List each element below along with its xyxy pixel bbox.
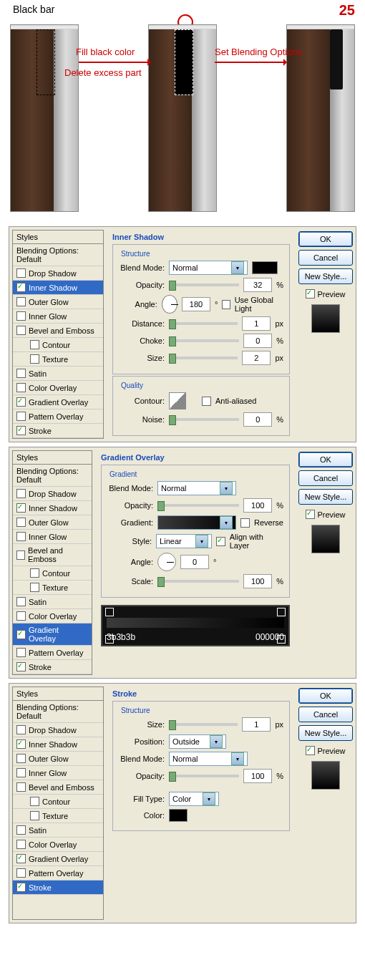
style-drop-shadow[interactable]: Drop Shadow (13, 487, 92, 501)
style-outer-glow[interactable]: Outer Glow (13, 515, 92, 530)
new-style-button[interactable]: New Style... (298, 268, 353, 284)
style-inner-shadow[interactable]: Inner Shadow (13, 281, 103, 295)
blending-options-default[interactable]: Blending Options: Default (13, 465, 92, 487)
style-inner-glow[interactable]: Inner Glow (13, 309, 103, 324)
style-texture[interactable]: Texture (13, 352, 103, 367)
style-gradient-overlay[interactable]: Gradient Overlay (13, 852, 103, 866)
scale-input[interactable] (243, 574, 272, 588)
style-inner-glow[interactable]: Inner Glow (13, 766, 103, 780)
cancel-button[interactable]: Cancel (298, 250, 353, 266)
choke-input[interactable] (243, 334, 272, 348)
cancel-button[interactable]: Cancel (298, 470, 353, 486)
style-drop-shadow[interactable]: Drop Shadow (13, 266, 103, 281)
style-satin[interactable]: Satin (13, 367, 103, 381)
style-gradient-overlay[interactable]: Gradient Overlay (13, 395, 103, 409)
blend-mode-select[interactable]: Normal▾ (169, 752, 248, 766)
style-drop-shadow[interactable]: Drop Shadow (13, 723, 103, 737)
style-pattern-overlay[interactable]: Pattern Overlay (13, 409, 103, 424)
color-stop-handle-left[interactable] (105, 635, 114, 644)
angle-input[interactable] (182, 297, 210, 311)
style-inner-shadow[interactable]: Inner Shadow (13, 737, 103, 752)
style-contour[interactable]: Contour (13, 338, 103, 352)
style-bevel-emboss[interactable]: Bevel and Emboss (13, 780, 103, 795)
gradient-bar[interactable] (107, 618, 284, 628)
opacity-slider[interactable] (169, 775, 239, 777)
style-bevel-emboss[interactable]: Bevel and Emboss (13, 324, 103, 338)
blending-options-default[interactable]: Blending Options: Default (13, 701, 103, 723)
dialog-buttons: OK Cancel New Style... Preview (298, 230, 353, 439)
style-contour[interactable]: Contour (13, 566, 92, 581)
scale-slider[interactable] (157, 580, 239, 583)
blend-mode-select[interactable]: Normal▾ (169, 261, 248, 275)
gradient-picker[interactable]: ▾ (157, 515, 236, 530)
distance-input[interactable] (242, 316, 271, 331)
ok-button[interactable]: OK (298, 688, 353, 704)
angle-dial[interactable] (162, 295, 177, 314)
style-pattern-overlay[interactable]: Pattern Overlay (13, 646, 92, 660)
angle-input[interactable] (180, 555, 209, 569)
use-global-light-checkbox[interactable] (222, 300, 230, 309)
style-texture[interactable]: Texture (13, 581, 92, 595)
opacity-label: Opacity: (119, 281, 165, 289)
ok-button[interactable]: OK (298, 231, 353, 247)
layer-style-dialog-inner-shadow: Styles Blending Options: Default Drop Sh… (9, 226, 356, 442)
reverse-checkbox[interactable] (240, 518, 250, 528)
opacity-input[interactable] (243, 769, 272, 783)
style-gradient-overlay[interactable]: Gradient Overlay (13, 624, 92, 646)
opacity-input[interactable] (243, 498, 272, 513)
preview-checkbox[interactable] (306, 746, 315, 755)
style-outer-glow[interactable]: Outer Glow (13, 295, 103, 309)
fill-type-select[interactable]: Color▾ (169, 792, 219, 806)
contour-picker[interactable] (169, 392, 186, 409)
stroke-color-swatch[interactable] (169, 809, 188, 822)
size-input[interactable] (242, 717, 271, 732)
size-slider[interactable] (169, 723, 238, 726)
style-stroke[interactable]: Stroke (13, 880, 103, 895)
ok-button[interactable]: OK (298, 452, 353, 467)
angle-dial[interactable] (157, 553, 176, 571)
anti-aliased-checkbox[interactable] (202, 397, 211, 406)
cancel-button[interactable]: Cancel (298, 707, 353, 722)
style-stroke[interactable]: Stroke (13, 660, 92, 674)
align-checkbox[interactable] (216, 537, 225, 546)
new-style-button[interactable]: New Style... (298, 725, 353, 741)
preview-checkbox[interactable] (306, 510, 315, 519)
choke-slider[interactable] (169, 339, 239, 342)
preview-swatch (311, 304, 340, 333)
noise-input[interactable] (243, 412, 272, 427)
blend-mode-select[interactable]: Normal▾ (157, 481, 236, 495)
blend-mode-label: Blend Mode: (119, 263, 165, 272)
distance-slider[interactable] (169, 322, 238, 325)
style-outer-glow[interactable]: Outer Glow (13, 752, 103, 766)
position-select[interactable]: Outside▾ (169, 734, 226, 749)
style-stroke[interactable]: Stroke (13, 424, 103, 438)
opacity-input[interactable] (243, 278, 272, 292)
style-satin[interactable]: Satin (13, 595, 92, 609)
style-color-overlay[interactable]: Color Overlay (13, 381, 103, 395)
size-input[interactable] (242, 351, 271, 365)
style-inner-glow[interactable]: Inner Glow (13, 530, 92, 544)
arrow-1 (79, 62, 150, 63)
style-texture[interactable]: Texture (13, 809, 103, 823)
new-style-button[interactable]: New Style... (298, 489, 353, 505)
shadow-color-swatch[interactable] (252, 261, 278, 274)
style-bevel-emboss[interactable]: Bevel and Emboss (13, 544, 92, 566)
style-contour[interactable]: Contour (13, 795, 103, 809)
style-color-overlay[interactable]: Color Overlay (13, 838, 103, 852)
style-pattern-overlay[interactable]: Pattern Overlay (13, 866, 103, 880)
opacity-slider[interactable] (157, 504, 239, 507)
style-select[interactable]: Linear▾ (156, 534, 212, 548)
noise-slider[interactable] (169, 418, 239, 421)
opacity-stop-right[interactable] (277, 608, 286, 616)
opacity-stop-left[interactable] (105, 608, 114, 616)
chevron-down-icon: ▾ (231, 752, 244, 765)
style-inner-shadow[interactable]: Inner Shadow (13, 501, 92, 515)
blending-options-default[interactable]: Blending Options: Default (13, 244, 103, 266)
preview-checkbox[interactable] (306, 289, 315, 299)
color-stop-handle-right[interactable] (277, 635, 286, 644)
style-satin[interactable]: Satin (13, 823, 103, 838)
opacity-slider[interactable] (169, 283, 239, 286)
style-color-overlay[interactable]: Color Overlay (13, 609, 92, 624)
size-slider[interactable] (169, 356, 238, 359)
size-label: Size: (119, 354, 165, 362)
